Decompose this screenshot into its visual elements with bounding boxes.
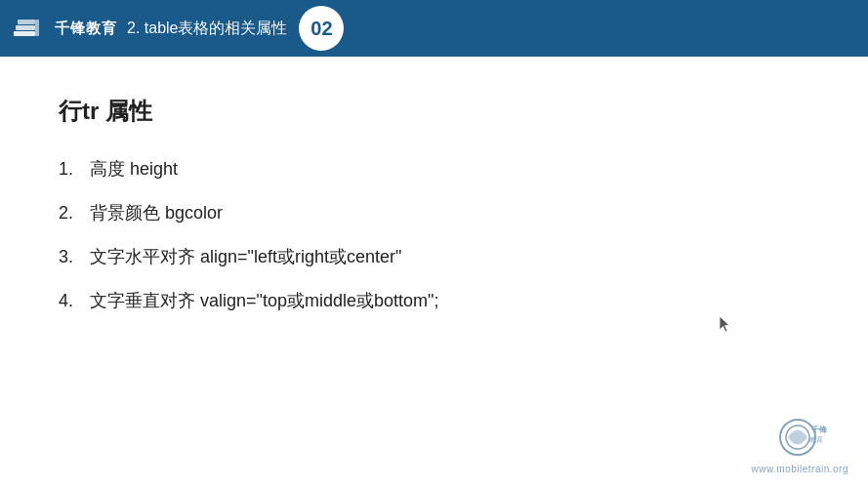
list-container: 1.高度 height2.背景颜色 bgcolor3.文字水平对齐 align=… — [59, 156, 809, 314]
list-item: 2.背景颜色 bgcolor — [59, 200, 809, 226]
content-area: 行tr 属性 1.高度 height2.背景颜色 bgcolor3.文字水平对齐… — [0, 57, 868, 488]
svg-rect-2 — [18, 20, 35, 24]
logo-area: 千锋教育 — [10, 10, 117, 47]
list-item: 3.文字水平对齐 align="left或right或center" — [59, 244, 809, 270]
list-text: 文字水平对齐 align="left或right或center" — [90, 244, 401, 270]
logo-icon — [10, 10, 47, 47]
list-text: 背景颜色 bgcolor — [90, 200, 223, 226]
list-item: 1.高度 height — [59, 156, 809, 183]
list-text: 文字垂直对齐 valign="top或middle或bottom"; — [90, 288, 438, 314]
watermark-site: www.mobiletrain.org — [751, 464, 848, 474]
list-text: 高度 height — [90, 156, 178, 183]
section-title: 行tr 属性 — [59, 96, 809, 127]
list-number: 3. — [59, 244, 90, 270]
svg-rect-0 — [14, 31, 35, 36]
logo-text: 千锋教育 — [55, 20, 117, 38]
svg-rect-3 — [35, 20, 39, 36]
watermark: 千锋 教育 www.mobiletrain.org — [751, 413, 848, 474]
badge: 02 — [299, 6, 344, 51]
svg-text:教育: 教育 — [809, 435, 823, 444]
svg-text:千锋: 千锋 — [811, 425, 828, 434]
list-number: 2. — [59, 200, 90, 226]
svg-rect-1 — [16, 25, 35, 30]
header-bar: 千锋教育 2. table表格的相关属性 02 — [0, 0, 868, 57]
list-item: 4.文字垂直对齐 valign="top或middle或bottom"; — [59, 288, 809, 314]
list-number: 1. — [59, 156, 90, 183]
slide-container: 千锋教育 2. table表格的相关属性 02 行tr 属性 1.高度 heig… — [0, 0, 868, 488]
header-title: 2. table表格的相关属性 — [127, 19, 287, 39]
list-number: 4. — [59, 288, 90, 314]
